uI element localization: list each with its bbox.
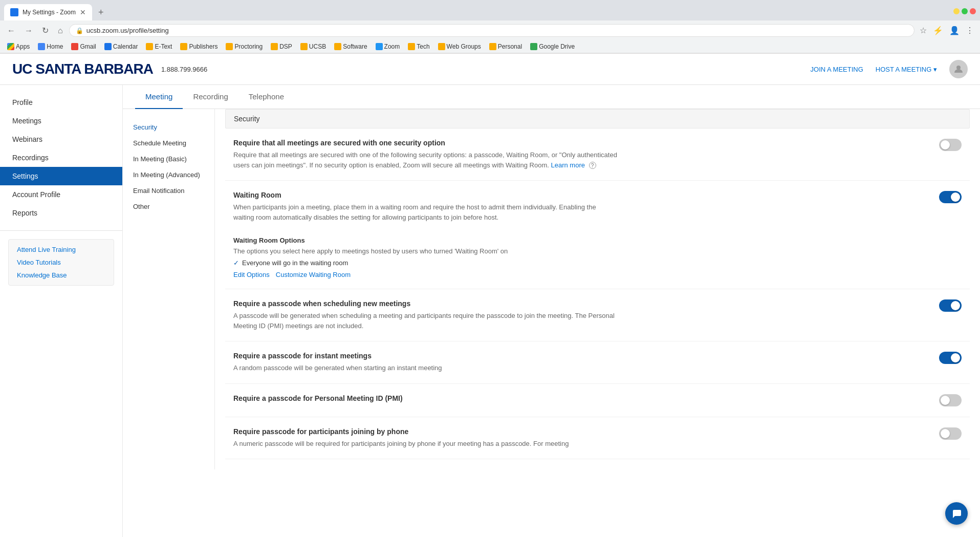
- forward-button[interactable]: →: [21, 24, 36, 37]
- tab-title: My Settings - Zoom: [23, 9, 76, 16]
- address-bar[interactable]: 🔒 ucsb.zoom.us/profile/setting: [69, 24, 914, 37]
- setting-desc-passcode-scheduling: A passcode will be generated when schedu…: [233, 311, 617, 331]
- bookmark-calendar[interactable]: Calendar: [101, 42, 141, 51]
- bookmark-tech[interactable]: Tech: [405, 42, 432, 51]
- sidebar-item-reports[interactable]: Reports: [0, 204, 122, 222]
- sidebar-divider: [0, 230, 122, 231]
- home-button[interactable]: ⌂: [55, 24, 66, 37]
- settings-nav-security[interactable]: Security: [123, 119, 214, 135]
- logo-area: UC SANTA BARBARA: [12, 61, 153, 77]
- checkmark-icon: ✓: [233, 259, 239, 267]
- main-layout: Profile Meetings Webinars Recordings Set…: [0, 85, 980, 537]
- waiting-room-check: ✓ Everyone will go in the waiting room: [233, 259, 962, 267]
- bookmark-ucsb[interactable]: UCSB: [297, 42, 329, 51]
- tab-close-button[interactable]: ✕: [80, 8, 86, 16]
- sidebar-item-webinars[interactable]: Webinars: [0, 130, 122, 148]
- bookmark-publishers[interactable]: Publishers: [177, 42, 221, 51]
- attend-live-training-link[interactable]: Attend Live Training: [17, 246, 105, 253]
- setting-content-passcode-scheduling: Require a passcode when scheduling new m…: [233, 299, 931, 331]
- bookmark-apps[interactable]: Apps: [4, 42, 33, 51]
- bookmark-googledrive-label: Google Drive: [539, 43, 575, 50]
- maximize-button[interactable]: [962, 8, 968, 14]
- menu-button[interactable]: ⋮: [964, 24, 976, 37]
- bookmark-home-label: Home: [47, 43, 63, 50]
- refresh-button[interactable]: ↻: [39, 24, 52, 37]
- toggle-passcode-pmi[interactable]: [939, 394, 962, 406]
- sidebar-item-account-profile[interactable]: Account Profile: [0, 185, 122, 204]
- proctoring-icon: [226, 43, 233, 50]
- toggle-passcode-phone[interactable]: [939, 427, 962, 440]
- setting-title-waiting-room: Waiting Room: [233, 191, 931, 199]
- browser-chrome: My Settings - Zoom ✕ + ← → ↻ ⌂ 🔒 ucsb.zo…: [0, 0, 980, 54]
- bookmark-dsp[interactable]: DSP: [268, 42, 295, 51]
- browser-toolbar: ← → ↻ ⌂ 🔒 ucsb.zoom.us/profile/setting ☆…: [0, 20, 980, 40]
- sidebar-item-meetings[interactable]: Meetings: [0, 112, 122, 130]
- bookmark-zoom[interactable]: Zoom: [373, 42, 403, 51]
- settings-nav-advanced[interactable]: In Meeting (Advanced): [123, 167, 214, 183]
- tab-favicon: [10, 8, 18, 16]
- tab-meeting[interactable]: Meeting: [135, 85, 183, 109]
- bookmark-home[interactable]: Home: [35, 42, 66, 51]
- join-meeting-link[interactable]: JOIN A MEETING: [811, 66, 863, 73]
- info-icon[interactable]: ?: [589, 162, 596, 169]
- home-icon: [38, 43, 45, 50]
- bookmark-software-label: Software: [343, 43, 367, 50]
- sidebar-item-settings[interactable]: Settings: [0, 167, 122, 185]
- host-meeting-link[interactable]: HOST A MEETING ▾: [876, 66, 937, 73]
- sidebar-item-recordings[interactable]: Recordings: [0, 148, 122, 167]
- bookmark-googledrive[interactable]: Google Drive: [527, 42, 578, 51]
- knowledge-base-link[interactable]: Knowledge Base: [17, 271, 105, 279]
- bookmark-tech-label: Tech: [417, 43, 429, 50]
- setting-desc-passcode-phone: A numeric passcode will be required for …: [233, 439, 617, 449]
- setting-title-passcode-scheduling: Require a passcode when scheduling new m…: [233, 299, 931, 308]
- waiting-room-options: Waiting Room Options The options you sel…: [233, 237, 962, 278]
- settings-nav-basic[interactable]: In Meeting (Basic): [123, 151, 214, 167]
- tab-recording[interactable]: Recording: [183, 85, 238, 109]
- app-header: UC SANTA BARBARA 1.888.799.9666 JOIN A M…: [0, 54, 980, 85]
- bookmark-proctoring[interactable]: Proctoring: [223, 42, 266, 51]
- bookmark-personal[interactable]: Personal: [486, 42, 525, 51]
- setting-content-passcode-phone: Require passcode for participants joinin…: [233, 427, 931, 449]
- bookmark-etext[interactable]: E-Text: [143, 42, 175, 51]
- settings-nav-email[interactable]: Email Notification: [123, 183, 214, 199]
- ucsb-icon: [300, 43, 308, 50]
- minimize-button[interactable]: [953, 8, 960, 14]
- extensions-button[interactable]: ⚡: [931, 24, 945, 37]
- browser-tabs: My Settings - Zoom ✕ +: [0, 0, 980, 20]
- new-tab-button[interactable]: +: [94, 5, 108, 20]
- toggle-all-meetings[interactable]: [939, 139, 962, 151]
- user-avatar[interactable]: [949, 60, 968, 78]
- bookmark-star-button[interactable]: ☆: [918, 24, 929, 37]
- sidebar-item-profile[interactable]: Profile: [0, 93, 122, 112]
- active-tab[interactable]: My Settings - Zoom ✕: [4, 4, 92, 20]
- learn-more-link[interactable]: Learn more: [551, 161, 584, 169]
- chevron-down-icon: ▾: [933, 66, 937, 73]
- toggle-waiting-room[interactable]: [939, 191, 962, 203]
- back-button[interactable]: ←: [4, 24, 18, 37]
- edit-options-link[interactable]: Edit Options: [233, 271, 270, 278]
- bookmark-webgroups[interactable]: Web Groups: [435, 42, 484, 51]
- waiting-room-options-desc: The options you select here apply to mee…: [233, 247, 962, 255]
- etext-icon: [146, 43, 153, 50]
- bookmark-software[interactable]: Software: [331, 42, 370, 51]
- bookmark-dsp-label: DSP: [279, 43, 292, 50]
- calendar-icon: [104, 43, 112, 50]
- setting-title-all-meetings: Require that all meetings are secured wi…: [233, 139, 931, 147]
- profile-button[interactable]: 👤: [947, 24, 962, 37]
- settings-nav-schedule[interactable]: Schedule Meeting: [123, 135, 214, 151]
- dsp-icon: [271, 43, 278, 50]
- customize-waiting-room-link[interactable]: Customize Waiting Room: [276, 271, 351, 278]
- setting-desc-all-meetings: Require that all meetings are secured wi…: [233, 150, 617, 170]
- waiting-room-options-title: Waiting Room Options: [233, 237, 962, 244]
- bookmark-gmail[interactable]: Gmail: [68, 42, 99, 51]
- chat-button[interactable]: [945, 502, 968, 525]
- setting-desc-passcode-instant: A random passcode will be generated when…: [233, 363, 617, 373]
- tab-telephone[interactable]: Telephone: [238, 85, 294, 109]
- toggle-passcode-scheduling[interactable]: [939, 299, 962, 312]
- close-button[interactable]: [970, 8, 976, 14]
- header-actions: JOIN A MEETING HOST A MEETING ▾: [811, 60, 968, 78]
- setting-desc-waiting-room: When participants join a meeting, place …: [233, 202, 617, 222]
- toggle-passcode-instant[interactable]: [939, 352, 962, 364]
- video-tutorials-link[interactable]: Video Tutorials: [17, 259, 105, 266]
- settings-nav-other[interactable]: Other: [123, 199, 214, 214]
